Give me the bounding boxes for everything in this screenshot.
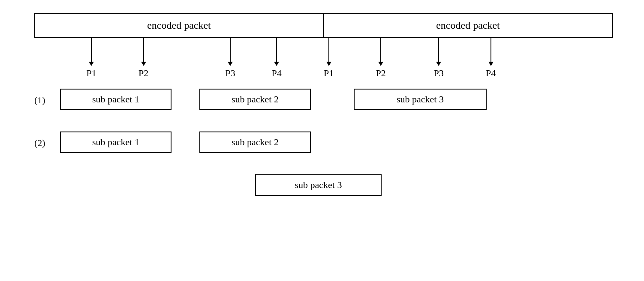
arrow-p3-69: P3 bbox=[434, 38, 444, 81]
arrow-p2-59: P2 bbox=[376, 38, 386, 81]
sub-packet-1-3: sub packet 3 bbox=[354, 89, 487, 110]
arrow-label: P1 bbox=[87, 68, 96, 79]
arrow-p1-50: P1 bbox=[324, 38, 334, 81]
row2: (2) sub packet 1 sub packet 2 bbox=[34, 128, 613, 167]
sub-packet-2-1: sub packet 1 bbox=[60, 132, 172, 153]
encoded-packet-left: encoded packet bbox=[35, 14, 324, 37]
arrow-p2-18: P2 bbox=[138, 38, 148, 81]
row1: (1) sub packet 1 sub packet 2 sub packet… bbox=[34, 85, 613, 124]
sub-packet-1-1: sub packet 1 bbox=[60, 89, 172, 110]
arrow-p1-9: P1 bbox=[87, 38, 96, 81]
encoded-packet-right: encoded packet bbox=[324, 14, 612, 37]
row3: sub packet 3 bbox=[34, 171, 613, 209]
arrow-label: P1 bbox=[324, 68, 334, 79]
arrow-p4-41: P4 bbox=[272, 38, 282, 81]
diagram: encoded packet encoded packet P1 P2 P3 P… bbox=[34, 13, 613, 209]
encoded-packet-container: encoded packet encoded packet bbox=[34, 13, 613, 38]
arrow-p3-33: P3 bbox=[226, 38, 235, 81]
arrow-label: P4 bbox=[272, 68, 282, 79]
sub-packet-1-2: sub packet 2 bbox=[199, 89, 311, 110]
arrow-label: P3 bbox=[434, 68, 444, 79]
arrow-label: P4 bbox=[486, 68, 496, 79]
sub-packet-2-2: sub packet 2 bbox=[199, 132, 311, 153]
arrow-p4-78: P4 bbox=[486, 38, 496, 81]
arrow-label: P2 bbox=[138, 68, 148, 79]
row1-label: (1) bbox=[34, 95, 45, 106]
arrows-row: P1 P2 P3 P4 P1 P2 P3 P4 bbox=[34, 38, 613, 81]
arrow-label: P3 bbox=[226, 68, 235, 79]
row2-label: (2) bbox=[34, 138, 45, 149]
sub-packet-3-1: sub packet 3 bbox=[255, 174, 382, 196]
arrow-label: P2 bbox=[376, 68, 386, 79]
